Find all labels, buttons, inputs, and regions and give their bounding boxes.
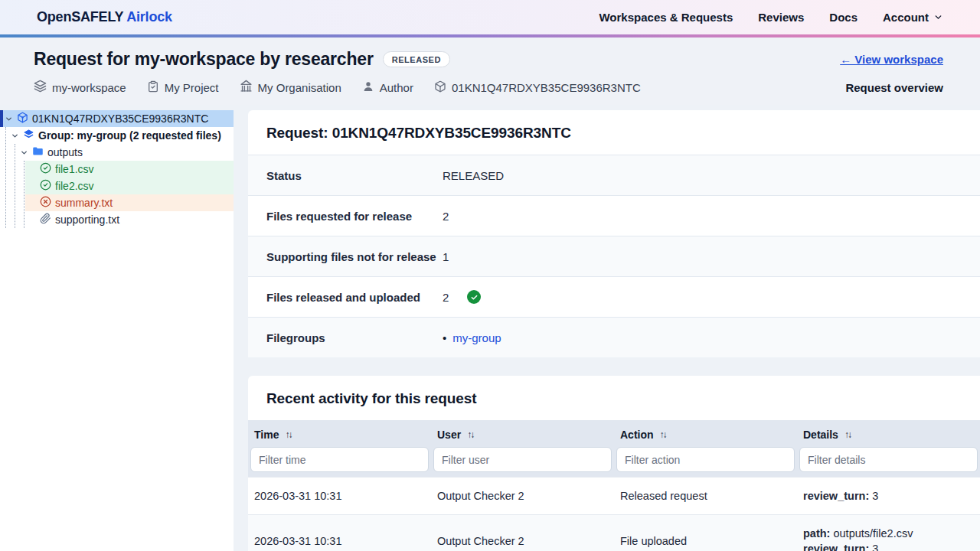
breadcrumb: my-workspace My Project My Organisation …: [34, 80, 641, 95]
sort-icon[interactable]: ↑↓: [467, 429, 473, 440]
check-circle-icon: [40, 179, 51, 193]
tree-item-group[interactable]: Group: my-group (2 requested files): [0, 127, 234, 144]
breadcrumb-label: Author: [380, 81, 413, 94]
status-badge: RELEASED: [383, 51, 450, 67]
check-circle-filled-icon: [467, 290, 481, 304]
summary-row-status: Status RELEASED: [248, 155, 980, 195]
tree-item-summary[interactable]: summary.txt: [25, 194, 234, 211]
tree-item-label: Group: my-group (2 requested files): [38, 129, 221, 142]
recent-activity-heading: Recent activity for this request: [248, 376, 980, 420]
row-label: Files requested for release: [266, 210, 443, 223]
activity-row: 2026-03-31 10:31 Output Checker 2 Releas…: [248, 477, 980, 514]
sort-icon[interactable]: ↑↓: [844, 429, 851, 440]
tree-item-label: 01KN1Q47RDXYB35CE9936R3NTC: [32, 112, 208, 125]
row-value: RELEASED: [443, 169, 504, 182]
activity-action: Released request: [614, 478, 797, 514]
activity-action: File uploaded: [614, 515, 797, 551]
breadcrumb-request-id: 01KN1Q47RDXYB35CE9936R3NTC: [434, 80, 641, 95]
filter-action-input[interactable]: [616, 447, 795, 472]
breadcrumb-organisation: My Organisation: [240, 80, 341, 95]
column-header-user[interactable]: User ↑↓: [431, 427, 614, 447]
package-icon: [434, 80, 446, 95]
column-header-time[interactable]: Time ↑↓: [248, 427, 431, 447]
row-value: 1: [443, 250, 449, 263]
filter-time-input[interactable]: [250, 447, 429, 472]
detail-value: outputs/file2.csv: [833, 527, 913, 540]
column-label: Details: [803, 429, 838, 441]
nav-links: Workspaces & Requests Reviews Docs Accou…: [599, 11, 943, 24]
summary-row-files-released: Files released and uploaded 2: [248, 276, 980, 317]
check-circle-icon: [40, 162, 51, 176]
filter-user-input[interactable]: [433, 447, 612, 472]
tree-item-file2[interactable]: file2.csv: [25, 178, 234, 194]
user-icon: [362, 80, 374, 95]
detail-value: 3: [872, 543, 878, 551]
layers-icon: [34, 80, 47, 95]
package-icon: [17, 112, 28, 126]
tree-item-label: file2.csv: [55, 180, 94, 192]
column-header-action[interactable]: Action ↑↓: [614, 427, 797, 447]
activity-table-header: Time ↑↓ User ↑↓ Action ↑↓ Details ↑↓: [248, 420, 980, 477]
request-overview-label: Request overview: [845, 81, 943, 94]
tree-item-request-root[interactable]: 01KN1Q47RDXYB35CE9936R3NTC: [0, 110, 234, 127]
sort-icon[interactable]: ↑↓: [660, 429, 666, 440]
tree-item-outputs-folder[interactable]: outputs: [0, 144, 234, 161]
activity-details: path: outputs/file2.csv review_turn: 3: [797, 515, 980, 551]
tree-item-label: supporting.txt: [55, 214, 119, 226]
breadcrumb-project: My Project: [147, 80, 219, 95]
nav-reviews[interactable]: Reviews: [758, 11, 804, 24]
sort-icon[interactable]: ↑↓: [285, 429, 291, 440]
list-bullet: •: [443, 331, 446, 344]
file-tree-sidebar: 01KN1Q47RDXYB35CE9936R3NTC Group: my-gro…: [0, 110, 234, 551]
activity-user: Output Checker 2: [431, 515, 614, 551]
activity-user: Output Checker 2: [431, 478, 614, 514]
request-summary-heading: Request: 01KN1Q47RDXYB35CE9936R3NTC: [248, 110, 980, 155]
request-summary-card: Request: 01KN1Q47RDXYB35CE9936R3NTC Stat…: [248, 110, 980, 357]
activity-row: 2026-03-31 10:31 Output Checker 2 File u…: [248, 514, 980, 551]
column-label: Action: [620, 429, 654, 441]
tree-guide: [24, 161, 24, 228]
tree-guide: [15, 144, 15, 228]
breadcrumb-label: My Project: [165, 81, 219, 94]
activity-time: 2026-03-31 10:31: [248, 478, 431, 514]
row-label: Status: [266, 169, 443, 182]
content-area: 01KN1Q47RDXYB35CE9936R3NTC Group: my-gro…: [0, 105, 980, 551]
filegroup-link[interactable]: my-group: [452, 331, 501, 344]
summary-row-filegroups: Filegroups •my-group: [248, 317, 980, 357]
tree-item-file1[interactable]: file1.csv: [25, 161, 234, 178]
paperclip-icon: [40, 213, 51, 227]
bank-icon: [240, 80, 253, 95]
tree-item-label: file1.csv: [55, 163, 94, 175]
page-header: Request for my-workspace by researcher R…: [0, 37, 980, 105]
filter-details-input[interactable]: [799, 447, 978, 472]
detail-key: review_turn:: [803, 490, 869, 502]
detail-key: review_turn:: [803, 543, 869, 551]
detail-value: 3: [872, 490, 878, 502]
tree-item-supporting[interactable]: supporting.txt: [25, 211, 234, 228]
main-content: Request: 01KN1Q47RDXYB35CE9936R3NTC Stat…: [248, 110, 980, 551]
breadcrumb-author: Author: [362, 80, 413, 95]
breadcrumb-label: my-workspace: [52, 81, 126, 94]
chevron-down-icon[interactable]: [5, 115, 13, 123]
column-label: Time: [254, 429, 279, 441]
column-header-details[interactable]: Details ↑↓: [797, 427, 980, 447]
nav-account-menu[interactable]: Account: [883, 11, 943, 24]
page-title: Request for my-workspace by researcher: [34, 49, 374, 70]
summary-row-supporting-files: Supporting files not for release 1: [248, 236, 980, 276]
chevron-down-icon[interactable]: [11, 132, 19, 140]
detail-key: path:: [803, 527, 830, 540]
nav-workspaces-requests[interactable]: Workspaces & Requests: [599, 11, 733, 24]
nav-docs[interactable]: Docs: [829, 11, 858, 24]
activity-details: review_turn: 3: [797, 478, 980, 514]
row-value: 2: [443, 291, 449, 304]
view-workspace-link[interactable]: ← View workspace: [840, 53, 943, 66]
tree-item-label: summary.txt: [55, 197, 113, 209]
logo-airlock: Airlock: [126, 9, 172, 24]
top-navbar: OpenSAFELY Airlock Workspaces & Requests…: [0, 0, 980, 34]
app-logo[interactable]: OpenSAFELY Airlock: [37, 9, 172, 25]
chevron-down-icon: [933, 12, 943, 22]
row-label: Supporting files not for release: [266, 250, 443, 263]
column-label: User: [437, 429, 461, 441]
chevron-down-icon[interactable]: [20, 148, 28, 157]
breadcrumb-workspace: my-workspace: [34, 80, 126, 95]
